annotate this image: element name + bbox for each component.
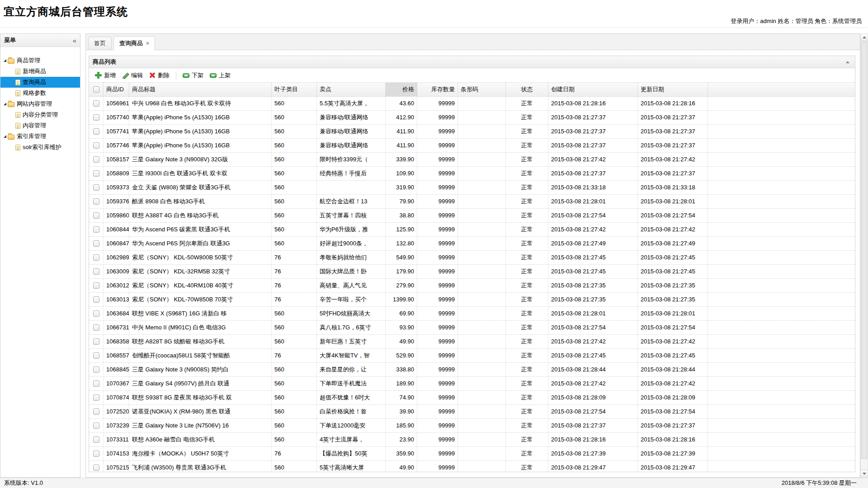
scroll-up-button[interactable]	[861, 34, 868, 41]
row-checkbox[interactable]	[93, 198, 99, 205]
table-row[interactable]: 1066731中兴 Memo II (M901C) 白色 电信3G560真八核1…	[89, 321, 855, 335]
row-checkbox[interactable]	[93, 408, 99, 415]
table-row[interactable]: 1057746苹果(Apple) iPhone 5s (A1530) 16GB5…	[89, 139, 855, 153]
row-checkbox[interactable]	[93, 338, 99, 345]
select-all-checkbox[interactable]	[93, 86, 99, 93]
column-header-sellpoint[interactable]: 卖点	[317, 83, 386, 96]
table-row[interactable]: 1058809三星 I9300I 白色 联通3G手机 双卡双560经典特惠！手慢…	[89, 167, 855, 181]
table-row[interactable]: 1063012索尼（SONY） KDL-40RM10B 40英寸76高销量、高人…	[89, 279, 855, 293]
row-checkbox[interactable]	[93, 254, 99, 261]
column-header-num[interactable]: 库存数量	[417, 83, 458, 96]
table-row[interactable]: 1062989索尼（SONY） KDL-50W800B 50英寸76孝敬爸妈就给…	[89, 251, 855, 265]
row-checkbox[interactable]	[93, 310, 99, 317]
table-row[interactable]: 1060844华为 Ascend P6S 碳素黑 联通3G手机560华为P6升级…	[89, 223, 855, 237]
row-checkbox[interactable]	[93, 268, 99, 275]
tab-query-goods[interactable]: 查询商品×	[113, 36, 155, 50]
tree-item[interactable]: solr索引库维护	[0, 142, 80, 153]
tree-item[interactable]: 内容分类管理	[0, 109, 80, 120]
cell-check	[89, 377, 104, 390]
tree-folder[interactable]: 商品管理	[0, 55, 80, 66]
row-checkbox[interactable]	[93, 394, 99, 401]
add-button[interactable]: 新增	[92, 70, 119, 81]
tab-home[interactable]: 首页	[88, 37, 112, 50]
table-row[interactable]: 1070367三星 Galaxy S4 (I9507V) 皓月白 联通560下单…	[89, 377, 855, 391]
table-row[interactable]: 1059376酷派 8908 白色 移动3G手机560航空合金边框！1379.9…	[89, 195, 855, 209]
scroll-down-button[interactable]	[861, 470, 868, 477]
vertical-scrollbar[interactable]	[860, 33, 868, 478]
row-checkbox[interactable]	[93, 296, 99, 303]
row-checkbox[interactable]	[93, 128, 99, 135]
cell-created: 2015-03-08 21:33:18	[548, 181, 638, 194]
row-checkbox[interactable]	[93, 436, 99, 443]
cell-sellpoint: 5.5英寸高清大屏，	[317, 97, 386, 110]
row-checkbox[interactable]	[93, 156, 99, 163]
row-checkbox[interactable]	[93, 142, 99, 149]
row-checkbox[interactable]	[93, 352, 99, 359]
row-checkbox[interactable]	[93, 226, 99, 233]
edit-button[interactable]: 编辑	[119, 70, 146, 81]
row-checkbox[interactable]	[93, 324, 99, 331]
cell-status: 正常	[506, 195, 548, 208]
tree-item[interactable]: 新增商品	[0, 66, 80, 77]
table-row[interactable]: 1059373金立 天鉴 (W808) 荣耀金 联通3G手机560319.909…	[89, 181, 855, 195]
row-checkbox[interactable]	[93, 380, 99, 387]
row-checkbox[interactable]	[93, 366, 99, 373]
table-row[interactable]: 1057740苹果(Apple) iPhone 5s (A1530) 16GB5…	[89, 111, 855, 125]
row-checkbox[interactable]	[93, 422, 99, 429]
column-header-created[interactable]: 创建日期	[548, 83, 638, 96]
table-row[interactable]: 1073239三星 Galaxy Note 3 Lite (N7506V) 16…	[89, 419, 855, 433]
scrollbar-thumb[interactable]	[861, 42, 867, 459]
table-row[interactable]: 1075215飞利浦 (W3500) 尊贵黑 联通3G手机5605英寸高清晰大屏…	[89, 461, 855, 472]
row-checkbox[interactable]	[93, 212, 99, 219]
row-checkbox[interactable]	[93, 282, 99, 289]
column-header-category[interactable]: 叶子类目	[272, 83, 317, 96]
table-row[interactable]: 1063684联想 VIBE X (S968T) 16G 清新白 移5605吋F…	[89, 307, 855, 321]
tree-folder[interactable]: 网站内容管理	[0, 99, 80, 109]
column-header-updated[interactable]: 更新日期	[638, 83, 708, 96]
table-row[interactable]: 1058157三星 Galaxy Note 3 (N9008V) 32G版560…	[89, 153, 855, 167]
cell-created: 2015-03-08 21:27:54	[548, 209, 638, 222]
table-row[interactable]: 1057741苹果(Apple) iPhone 5s (A1530) 16GB5…	[89, 125, 855, 139]
column-header-status[interactable]: 状态	[506, 83, 548, 96]
table-row[interactable]: 1068358联想 A828T 8G 炫酷银 移动3G手机560新年巨惠！五英寸…	[89, 335, 855, 349]
cell-id: 1060844	[104, 223, 129, 236]
column-header-title[interactable]: 商品标题	[129, 83, 272, 96]
table-row[interactable]: 1068845三星 Galaxy Note 3 (N9008S) 简约白560来…	[89, 363, 855, 377]
table-row[interactable]: 1072520诺基亚(NOKIA) X (RM-980) 黑色 联通560白菜价…	[89, 405, 855, 419]
delete-button[interactable]: 删除	[146, 70, 173, 81]
column-header-id[interactable]: 商品ID	[104, 83, 129, 96]
row-checkbox[interactable]	[93, 114, 99, 121]
panel-collapse-button[interactable]	[844, 58, 851, 66]
table-row[interactable]: 1068557创维酷开(coocaa)58U1 58英寸智能酷76大屏4K智能T…	[89, 349, 855, 363]
tab-close-icon[interactable]: ×	[146, 41, 149, 46]
cell-id: 1074153	[104, 447, 129, 460]
column-header-price[interactable]: 价格	[386, 83, 417, 96]
table-row[interactable]: 1060847华为 Ascend P6S 阿尔卑斯白 联通3G560好评超过90…	[89, 237, 855, 251]
row-checkbox[interactable]	[93, 170, 99, 177]
row-checkbox[interactable]	[93, 184, 99, 191]
on-shelf-button[interactable]: 上架	[207, 70, 234, 81]
table-row[interactable]: 1063013索尼（SONY） KDL-70W850B 70英寸76辛苦一年啦，…	[89, 293, 855, 307]
cell-id: 1060847	[104, 237, 129, 250]
cell-sellpoint: 来自星星的你，让	[317, 363, 386, 376]
row-checkbox[interactable]	[93, 450, 99, 457]
table-row[interactable]: 1074153海尔模卡（MOOKA） U50H7 50英寸76【爆品抢购】50英…	[89, 447, 855, 461]
off-shelf-button[interactable]: 下架	[179, 70, 207, 81]
row-checkbox[interactable]	[93, 100, 99, 107]
row-checkbox[interactable]	[93, 240, 99, 247]
tree-item[interactable]: 内容管理	[0, 120, 80, 131]
tree-item[interactable]: 查询商品	[0, 77, 80, 88]
column-header-barcode[interactable]: 条形码	[458, 83, 506, 96]
cell-barcode	[458, 391, 506, 404]
table-row[interactable]: 1063009索尼（SONY） KDL-32RM5B 32英寸76国际大牌品质！…	[89, 265, 855, 279]
row-checkbox[interactable]	[93, 465, 99, 471]
table-row[interactable]: 1056961中兴 U968 白色 移动3G手机 双卡双待5605.5英寸高清大…	[89, 97, 855, 111]
collapse-sidebar-icon[interactable]: «	[73, 37, 76, 44]
tree-folder[interactable]: 索引库管理	[0, 131, 80, 142]
tree-item[interactable]: 规格参数	[0, 88, 80, 99]
table-row[interactable]: 1073311联想 A360e 融雪白 电信3G手机5604英寸主流屏幕，23.…	[89, 433, 855, 447]
table-row[interactable]: 1070874联想 S938T 8G 星夜黑 移动3G手机 双560超值不犹豫！…	[89, 391, 855, 405]
table-row[interactable]: 1059860联想 A388T 4G 白色 移动3G手机560五英寸屏幕！四核3…	[89, 209, 855, 223]
cell-num: 99999	[417, 321, 458, 334]
cell-check	[89, 293, 104, 306]
